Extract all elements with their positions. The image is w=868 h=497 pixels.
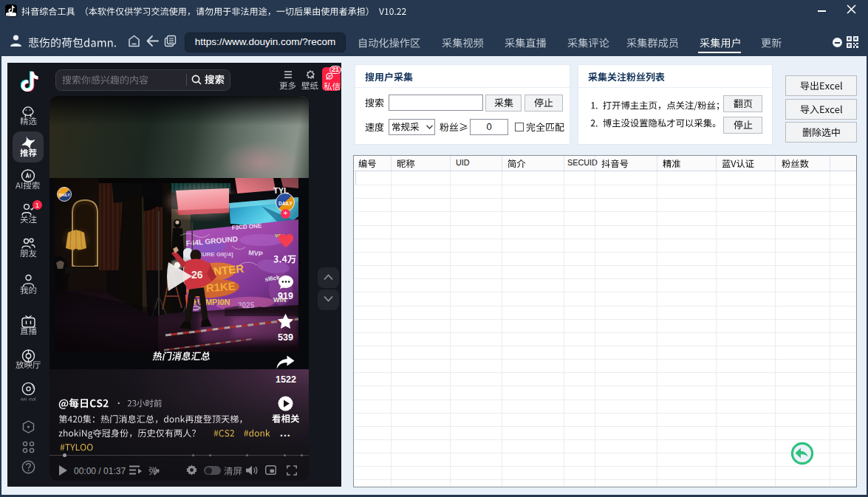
svg-text:DAILY: DAILY [59, 193, 70, 197]
